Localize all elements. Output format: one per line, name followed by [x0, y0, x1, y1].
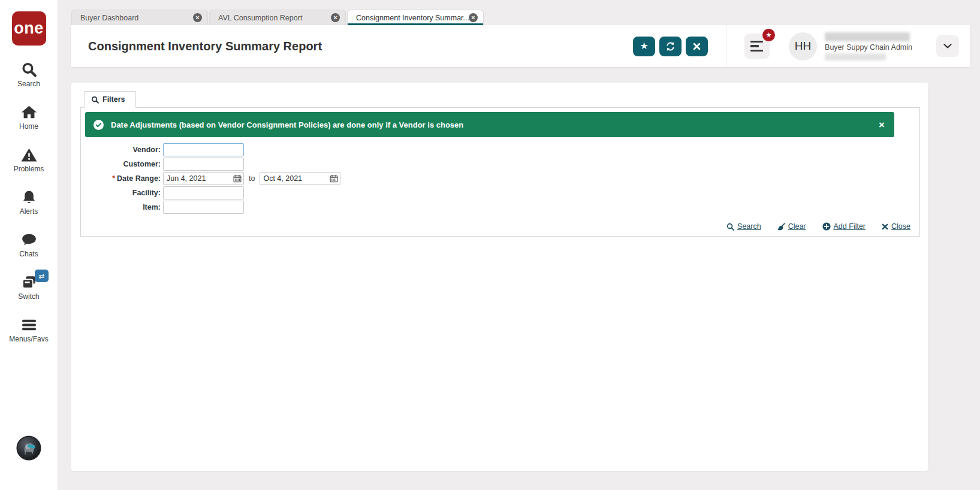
broom-icon	[777, 223, 785, 231]
search-icon	[726, 223, 734, 231]
close-link[interactable]: Close	[882, 222, 910, 231]
date-to-wrapper	[260, 172, 340, 185]
page-header: Consignment Inventory Summary Report ★	[71, 25, 970, 67]
search-link-label: Search	[737, 222, 761, 231]
date-to-input[interactable]	[260, 172, 340, 185]
quick-menu-button[interactable]: ★	[744, 34, 770, 59]
user-initials: HH	[795, 40, 811, 53]
form-row-item: Item:	[81, 200, 919, 214]
menu-bar	[750, 50, 763, 52]
star-icon: ★	[766, 32, 772, 38]
switch-arrows-badge[interactable]: ⇄	[35, 270, 49, 282]
form-row-date-range: *Date Range: to	[81, 171, 919, 186]
user-avatar[interactable]: HH	[789, 32, 817, 61]
refresh-button[interactable]	[659, 37, 682, 56]
filters-form: Vendor: Customer: *Date Range: to	[81, 143, 919, 214]
sidebar-item-label: Alerts	[20, 207, 38, 216]
tab-close-icon[interactable]: ×	[331, 13, 340, 22]
item-label: Item:	[81, 203, 163, 211]
favorites-badge: ★	[762, 29, 775, 41]
home-icon	[20, 104, 38, 121]
menu-bar	[750, 45, 759, 47]
sidebar-nav: Search Home Problems Alerts Chats	[0, 61, 58, 343]
tab-buyer-dashboard[interactable]: Buyer Dashboard ×	[71, 10, 208, 25]
filters-panel: Date Adjustments (based on Vendor Consig…	[80, 107, 920, 237]
sidebar-item-label: Search	[17, 80, 40, 88]
tab-close-icon[interactable]: ×	[469, 13, 478, 22]
date-from-wrapper	[163, 172, 244, 185]
refresh-icon	[665, 41, 676, 52]
calendar-icon[interactable]	[330, 174, 338, 183]
page-title: Consignment Inventory Summary Report	[88, 40, 322, 53]
menu-bar	[750, 41, 763, 43]
filters-tab[interactable]: Filters	[84, 91, 136, 108]
tab-label: Consignment Inventory Summar...	[356, 14, 469, 22]
workspace-tabstrip: Buyer Dashboard × AVL Consumption Report…	[58, 0, 980, 25]
tab-label: Buyer Dashboard	[80, 14, 193, 22]
customer-input[interactable]	[163, 158, 244, 171]
one-logo-text: one	[14, 19, 44, 38]
tab-consignment-inventory-summary[interactable]: Consignment Inventory Summar... ×	[347, 10, 484, 25]
user-info: Buyer Suppy Chain Admin	[825, 32, 912, 61]
sidebar-item-search[interactable]: Search	[0, 61, 58, 88]
report-content-panel: Filters Date Adjustments (based on Vendo…	[71, 83, 928, 471]
customer-label: Customer:	[81, 160, 163, 168]
search-link[interactable]: Search	[726, 222, 761, 231]
facility-label: Facility:	[81, 189, 163, 197]
close-x-icon	[882, 223, 888, 230]
sidebar-item-home[interactable]: Home	[0, 104, 58, 131]
form-row-facility: Facility:	[81, 186, 919, 200]
info-banner: Date Adjustments (based on Vendor Consig…	[85, 112, 894, 137]
clear-link[interactable]: Clear	[777, 222, 806, 231]
add-filter-link-label: Add Filter	[834, 222, 866, 231]
sidebar-item-menus-favs[interactable]: Menus/Favs	[0, 316, 58, 343]
form-row-vendor: Vendor:	[81, 143, 919, 157]
assistant-avatar[interactable]	[16, 435, 41, 461]
check-circle-icon	[94, 120, 104, 130]
filter-actions: Search Clear Add Filter	[81, 222, 919, 236]
banner-message: Date Adjustments (based on Vendor Consig…	[111, 120, 463, 129]
form-row-customer: Customer:	[81, 157, 919, 171]
sidebar-item-label: Home	[19, 122, 38, 131]
redacted-user-name	[825, 32, 910, 41]
calendar-icon[interactable]	[233, 174, 242, 183]
sidebar-item-alerts[interactable]: Alerts	[0, 189, 58, 216]
sidebar-item-chats[interactable]: Chats	[0, 231, 58, 258]
switch-arrows-icon: ⇄	[38, 272, 44, 280]
sidebar-item-label: Switch	[18, 292, 39, 301]
close-link-label: Close	[891, 222, 910, 231]
item-input[interactable]	[163, 201, 244, 214]
required-marker: *	[112, 174, 115, 183]
date-to-word: to	[249, 174, 255, 183]
hamburger-menu-icon	[20, 316, 38, 334]
tab-avl-consumption-report[interactable]: AVL Consumption Report ×	[209, 10, 346, 25]
date-from-input[interactable]	[163, 172, 244, 185]
one-logo[interactable]: one	[12, 11, 46, 46]
warning-triangle-icon	[20, 146, 38, 164]
filters-tab-label: Filters	[102, 95, 125, 104]
facility-input[interactable]	[163, 186, 244, 199]
close-report-button[interactable]	[686, 37, 708, 56]
sidebar-item-label: Chats	[19, 250, 38, 258]
vendor-input[interactable]	[163, 143, 244, 156]
sidebar-item-label: Problems	[14, 165, 44, 173]
chevron-down-icon	[943, 44, 952, 49]
add-filter-link[interactable]: Add Filter	[822, 222, 866, 231]
user-role: Buyer Suppy Chain Admin	[825, 43, 912, 52]
favorite-button[interactable]: ★	[633, 37, 655, 56]
banner-close-icon[interactable]: ×	[879, 120, 885, 130]
tab-close-icon[interactable]: ×	[193, 13, 202, 22]
bell-icon	[20, 189, 38, 206]
main-area: Buyer Dashboard × AVL Consumption Report…	[58, 0, 980, 490]
close-icon	[693, 43, 701, 50]
chat-bubble-icon	[20, 231, 38, 249]
sidebar-item-switch[interactable]: Switch ⇄	[0, 274, 58, 301]
sidebar: one Search Home Problems Alerts	[0, 0, 58, 490]
user-menu-dropdown-button[interactable]	[936, 35, 959, 57]
sidebar-item-problems[interactable]: Problems	[0, 146, 58, 173]
search-icon	[20, 61, 38, 78]
vendor-label: Vendor:	[81, 146, 163, 154]
clear-link-label: Clear	[788, 222, 806, 231]
search-icon	[91, 96, 99, 104]
plus-circle-icon	[822, 222, 831, 231]
